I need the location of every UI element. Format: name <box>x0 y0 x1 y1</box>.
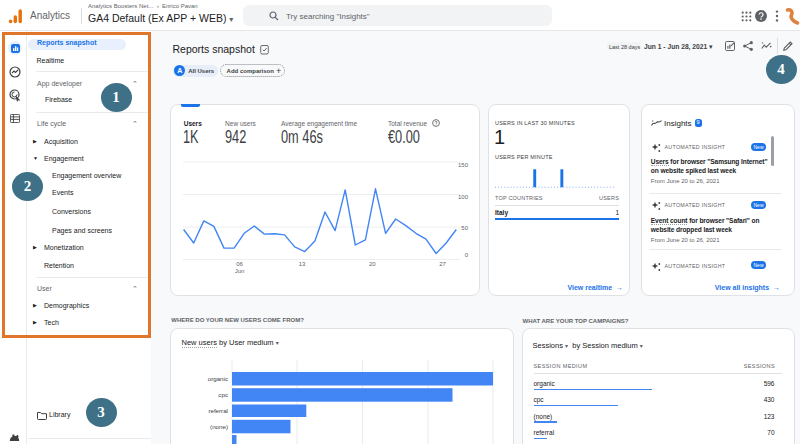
svg-text:20: 20 <box>369 261 376 267</box>
svg-text:organic: organic <box>208 375 228 382</box>
svg-text:100: 100 <box>458 194 469 200</box>
svg-text:150: 150 <box>458 162 469 168</box>
svg-text:06: 06 <box>236 261 243 267</box>
svg-text:cpc: cpc <box>218 391 228 398</box>
svg-text:(none): (none) <box>210 423 228 430</box>
svg-text:13: 13 <box>299 261 306 267</box>
svg-text:27: 27 <box>439 261 446 267</box>
svg-text:referral: referral <box>208 407 228 414</box>
svg-text:50: 50 <box>461 225 468 231</box>
svg-text:Jun: Jun <box>235 268 245 274</box>
svg-text:0: 0 <box>465 252 469 258</box>
